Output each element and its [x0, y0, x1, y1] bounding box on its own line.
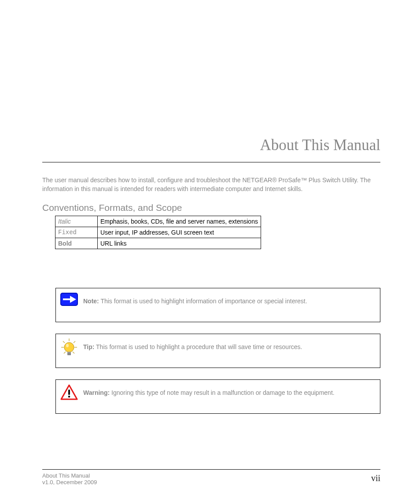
desc-italic: Emphasis, books, CDs, file and server na… [98, 216, 261, 227]
desc-bold: URL links [98, 238, 261, 249]
tip-box: Tip: This format is used to highlight a … [55, 334, 380, 368]
footer-rule [42, 469, 380, 470]
typographical-conventions-table: Italic Emphasis, books, CDs, file and se… [55, 216, 261, 249]
intro-paragraph: The user manual describes how to install… [42, 176, 380, 193]
warning-label: Warning: [83, 389, 110, 396]
warning-box: Warning: Ignoring this type of note may … [55, 379, 380, 414]
style-bold: Bold [55, 238, 98, 249]
document-page: About This Manual The user manual descri… [0, 0, 420, 504]
svg-line-4 [63, 341, 65, 343]
warning-text: Warning: Ignoring this type of note may … [82, 380, 380, 406]
svg-rect-13 [67, 353, 71, 354]
footer-title: About This Manual v1.0, December 2009 [42, 472, 97, 486]
warning-body: Ignoring this type of note may result in… [111, 389, 335, 396]
svg-line-9 [73, 352, 74, 353]
note-label: Note: [83, 298, 99, 305]
svg-point-11 [66, 344, 69, 347]
arrow-icon [56, 288, 82, 310]
table-row: Bold URL links [55, 238, 261, 249]
style-italic: Italic [55, 216, 98, 227]
note-body: This format is used to highlight informa… [100, 298, 307, 305]
table-row: Fixed User input, IP addresses, GUI scre… [55, 227, 261, 238]
svg-rect-16 [68, 390, 70, 395]
svg-line-5 [74, 341, 75, 343]
lightbulb-icon [56, 334, 82, 362]
tip-text: Tip: This format is used to highlight a … [82, 334, 380, 360]
note-box: Note: This format is used to highlight i… [55, 288, 380, 322]
section-conventions-title: Conventions, Formats, and Scope [42, 202, 182, 213]
svg-point-17 [68, 396, 70, 398]
page-title: About This Manual [44, 136, 380, 154]
svg-line-8 [64, 352, 66, 353]
tip-body: This format is used to highlight a proce… [96, 343, 302, 350]
table-row: Italic Emphasis, books, CDs, file and se… [55, 216, 261, 227]
tip-label: Tip: [83, 343, 94, 350]
svg-rect-14 [67, 354, 71, 355]
title-rule [42, 162, 380, 162]
svg-point-10 [64, 342, 74, 352]
desc-fixed: User input, IP addresses, GUI screen tex… [98, 227, 261, 238]
style-fixed: Fixed [55, 227, 98, 238]
page-number: vii [371, 473, 380, 483]
warning-icon [56, 380, 82, 405]
note-text: Note: This format is used to highlight i… [82, 288, 380, 314]
